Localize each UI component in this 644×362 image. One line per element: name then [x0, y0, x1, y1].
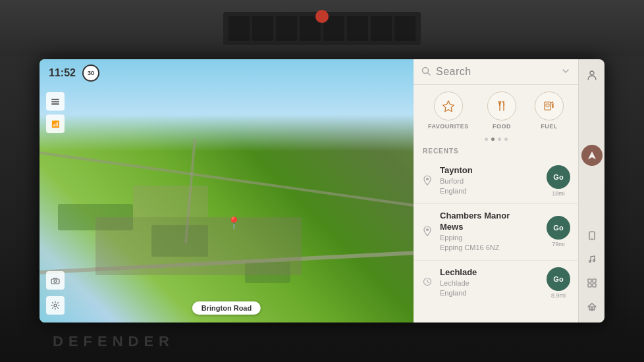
svg-rect-27: [593, 284, 596, 287]
search-dropdown-icon[interactable]: [561, 66, 570, 78]
map-settings-button[interactable]: [46, 296, 65, 315]
location-sub: Lechlade England: [440, 278, 540, 299]
go-button-taynton[interactable]: Go 18mi: [547, 165, 570, 197]
dot-4: [504, 138, 508, 141]
svg-point-21: [591, 238, 593, 239]
svg-rect-24: [588, 279, 591, 282]
food-label: FOOD: [493, 123, 511, 130]
location-name: Chambers Manor Mews: [440, 211, 540, 233]
home-button[interactable]: [581, 296, 603, 317]
search-bar[interactable]: Search: [414, 59, 578, 85]
dot-2: [491, 138, 495, 141]
vent-slot: [252, 16, 273, 41]
speed-limit-badge: 30: [82, 65, 99, 82]
vent-slot: [228, 16, 250, 41]
search-placeholder[interactable]: Search: [436, 66, 556, 78]
svg-point-5: [54, 304, 57, 307]
go-circle[interactable]: Go: [547, 216, 570, 240]
location-info: Lechlade Lechlade England: [440, 267, 540, 299]
go-distance: 8.9mi: [551, 292, 566, 299]
map-signal-button[interactable]: 📶: [46, 115, 65, 133]
list-item[interactable]: Chambers Manor Mews Epping Epping CM16 6…: [414, 204, 578, 261]
go-button-chambers[interactable]: Go 79mi: [547, 216, 570, 247]
svg-line-17: [427, 282, 429, 283]
dashboard-frame: DEFENDER 11:52: [0, 0, 644, 362]
map-area[interactable]: 11:52 30 📶: [40, 59, 414, 323]
svg-point-23: [593, 260, 595, 262]
svg-marker-8: [443, 101, 454, 112]
svg-point-22: [589, 261, 591, 263]
infotainment-screen: 11:52 30 📶: [40, 59, 604, 323]
phone-button[interactable]: [581, 225, 603, 246]
svg-point-14: [426, 228, 429, 231]
svg-rect-1: [51, 101, 59, 103]
svg-marker-19: [588, 151, 596, 159]
vent-slot: [347, 16, 368, 41]
search-icon: [421, 66, 431, 78]
svg-point-18: [590, 71, 594, 75]
svg-rect-0: [51, 99, 59, 100]
location-info: Chambers Manor Mews Epping Epping CM16 6…: [440, 211, 540, 253]
list-item[interactable]: Lechlade Lechlade England Go 8.9mi: [414, 261, 578, 305]
svg-rect-29: [591, 308, 593, 310]
svg-point-4: [54, 280, 57, 282]
grid-menu-button[interactable]: [581, 272, 603, 294]
screen-inner: 11:52 30 📶: [40, 59, 604, 323]
vent-slot: [394, 16, 416, 41]
location-sub: Burford England: [440, 176, 540, 197]
map-road-label: Brington Road: [192, 301, 261, 315]
location-pin-icon: [421, 226, 433, 238]
location-name: Taynton: [440, 165, 540, 176]
urban-area: [133, 186, 208, 217]
recents-heading: RECENTS: [414, 145, 578, 159]
go-distance: 79mi: [552, 241, 565, 247]
category-fuel[interactable]: FUEL: [535, 91, 564, 130]
svg-rect-2: [51, 103, 59, 105]
food-icon: [487, 91, 516, 120]
svg-line-7: [428, 72, 431, 75]
carousel-dots: [414, 135, 578, 145]
brand-label: DEFENDER: [53, 333, 174, 350]
vent-button[interactable]: [315, 10, 329, 23]
categories-row: FAVOURITES FOOD: [414, 85, 578, 135]
vent-slot: [371, 16, 392, 41]
clock-icon: [421, 277, 433, 288]
location-pin-icon: [421, 175, 433, 188]
dot-3: [498, 138, 501, 141]
favourites-icon: [434, 91, 463, 120]
list-item[interactable]: Taynton Burford England Go 18mi: [414, 159, 578, 204]
fuel-label: FUEL: [541, 123, 558, 130]
navigation-button[interactable]: [581, 145, 603, 166]
go-circle[interactable]: Go: [547, 165, 570, 189]
navigation-panel: Search FAVOUR: [414, 59, 578, 323]
vent-strip: [0, 0, 644, 56]
music-button[interactable]: [581, 249, 603, 270]
svg-rect-12: [546, 104, 549, 107]
recents-list: Taynton Burford England Go 18mi: [414, 159, 578, 323]
svg-point-13: [426, 178, 429, 180]
system-sidebar: [578, 59, 604, 323]
map-location-pin: 📍: [227, 216, 241, 230]
go-circle[interactable]: Go: [547, 267, 570, 291]
dot-1: [485, 138, 488, 141]
location-name: Lechlade: [440, 267, 540, 278]
svg-rect-25: [593, 279, 596, 282]
map-layer-button[interactable]: [46, 92, 65, 111]
location-info: Taynton Burford England: [440, 165, 540, 197]
category-favourites[interactable]: FAVOURITES: [428, 91, 469, 130]
profile-button[interactable]: [581, 65, 603, 86]
svg-rect-11: [545, 102, 550, 110]
favourites-label: FAVOURITES: [428, 123, 469, 130]
map-camera-button[interactable]: [46, 271, 65, 290]
urban-area: [95, 217, 301, 275]
map-controls-left: 📶: [46, 92, 65, 133]
vent-slot: [276, 16, 297, 41]
location-sub: Epping Epping CM16 6NZ: [440, 233, 540, 253]
map-time: 11:52: [49, 67, 76, 79]
go-distance: 18mi: [552, 190, 565, 197]
go-button-lechlade[interactable]: Go 8.9mi: [547, 267, 570, 299]
fuel-icon: [535, 91, 564, 120]
category-food[interactable]: FOOD: [487, 91, 516, 130]
svg-rect-26: [588, 284, 591, 287]
